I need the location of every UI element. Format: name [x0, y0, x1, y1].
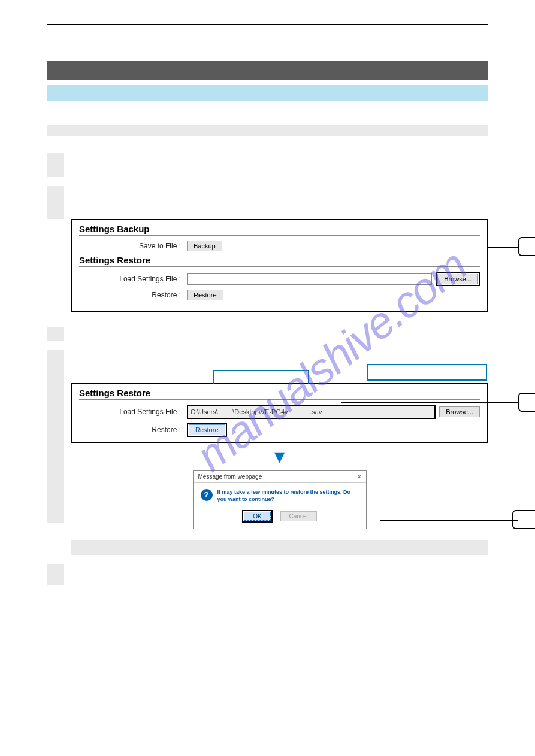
- arrow-down-icon: ▼: [71, 447, 488, 467]
- section-bar-dark: [47, 61, 488, 80]
- grey-bar-1: [47, 125, 488, 136]
- restore-label-1: Restore :: [79, 291, 187, 299]
- settings-backup-title: Settings Backup: [79, 224, 480, 236]
- load-settings-file-label-1: Load Settings File :: [79, 275, 187, 283]
- confirm-dialog: Message from webpage × ? It may take a f…: [193, 470, 367, 529]
- settings-restore-title-2: Settings Restore: [79, 388, 480, 400]
- restore-button-2[interactable]: Restore: [189, 424, 225, 435]
- section-bar-light: [47, 85, 488, 101]
- callout-connector-3: [380, 520, 518, 521]
- restore-label-2: Restore :: [79, 426, 187, 434]
- dialog-message: It may take a few minutes to restore the…: [217, 489, 359, 503]
- step-marker-2: [47, 186, 64, 219]
- grey-bar-bottom: [71, 540, 488, 555]
- question-icon: ?: [201, 489, 213, 501]
- step-marker-4: [47, 350, 64, 523]
- top-rule: [47, 24, 488, 25]
- callout-connector-2: [341, 402, 518, 403]
- step-marker-5: [47, 564, 64, 585]
- cancel-button[interactable]: Cancel: [280, 511, 317, 521]
- settings-restore-title-1: Settings Restore: [79, 255, 480, 267]
- step-marker-3: [47, 327, 64, 341]
- callout-filepath-box: [367, 364, 487, 381]
- callout-connector-1: [488, 247, 518, 248]
- settings-panel-1: Settings Backup Save to File : Backup Se…: [71, 219, 488, 312]
- callout-box-browse: [518, 237, 535, 256]
- ok-button[interactable]: OK: [244, 512, 270, 521]
- load-settings-file-input-2[interactable]: [188, 406, 434, 418]
- callout-box-restore: [518, 393, 535, 412]
- browse-button-1[interactable]: Browse...: [437, 274, 478, 284]
- step-marker-1: [47, 153, 64, 177]
- restore-button-1[interactable]: Restore: [187, 290, 223, 300]
- dialog-title-text: Message from webpage: [198, 473, 262, 480]
- close-icon[interactable]: ×: [358, 473, 361, 480]
- callout-box-ok: [512, 510, 535, 529]
- load-settings-file-input-1[interactable]: [187, 273, 432, 285]
- load-settings-file-label-2: Load Settings File :: [79, 408, 187, 416]
- save-to-file-label: Save to File :: [79, 242, 187, 250]
- settings-panel-2: Settings Restore Load Settings File : Br…: [71, 383, 488, 443]
- backup-button[interactable]: Backup: [187, 241, 222, 251]
- browse-button-2[interactable]: Browse...: [439, 406, 480, 417]
- callout-bracket: [213, 370, 309, 384]
